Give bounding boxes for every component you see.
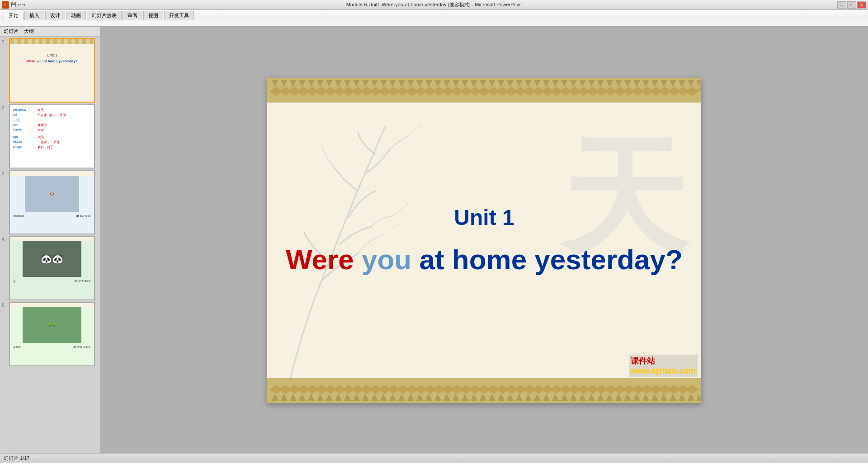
minimize-button[interactable]: ─: [837, 1, 846, 9]
slide-count: 幻灯片 1/17: [4, 455, 29, 462]
main-slide: 天 Unit 1 Were you at home yesterday? 课件站…: [267, 78, 701, 403]
slide-content: Unit 1 Were you at home yesterday?: [267, 103, 701, 378]
question-rest: at home yesterday?: [419, 244, 682, 275]
slide-num-2: 2: [2, 104, 7, 110]
slide-num-4: 4: [2, 236, 7, 242]
thumb2-vocab: yesterday昨天 out不在家（的），外出 （的） well健康的 tha…: [10, 105, 94, 168]
tab-start[interactable]: 开始: [4, 11, 24, 20]
title-bar-controls: ─ □ ✕: [837, 1, 866, 9]
slide-thumb-1[interactable]: 1 Unit 1 Were you at home yesterday?: [2, 38, 98, 103]
thumb1-unit: Unit 1: [10, 44, 94, 57]
ribbon-content: [0, 20, 868, 26]
slide-border-top: [267, 78, 701, 103]
thumb4-labels: |||at the zoo: [10, 279, 94, 283]
app-icon: P: [2, 1, 9, 9]
thumb3-labels: schoolat school: [10, 214, 94, 218]
status-bar: 幻灯片 1/17: [0, 453, 868, 463]
slide-thumbnail-1[interactable]: Unit 1 Were you at home yesterday?: [9, 38, 95, 103]
slide-thumbnail-3[interactable]: 🏫 schoolat school: [9, 170, 95, 234]
slide-num-1: 1: [2, 38, 7, 44]
slide-area[interactable]: 天 Unit 1 Were you at home yesterday? 课件站…: [100, 27, 868, 454]
slide-thumb-4[interactable]: 4 🐼🐼 |||at the zoo: [2, 236, 98, 300]
window-title: Module-6-Unit1-Were-you-at-home-yesterda…: [346, 1, 522, 8]
slide-thumbnail-5[interactable]: 🌳🌳 parkat the park: [9, 302, 95, 366]
quick-access: 💾 ↩ ↪: [11, 2, 25, 7]
tab-developer[interactable]: 开发工具: [164, 11, 194, 20]
main-layout: 幻灯片 大纲 1 Unit 1 Were you at home yesterd…: [0, 27, 868, 454]
tab-view[interactable]: 视图: [143, 11, 163, 20]
thumb3-building-image: 🏫: [25, 176, 79, 212]
title-bar-left: P 💾 ↩ ↪: [2, 1, 25, 9]
question-you: you: [362, 244, 411, 275]
close-button[interactable]: ✕: [857, 1, 866, 9]
undo-icon[interactable]: ↩: [17, 2, 21, 7]
panel-toolbar: 幻灯片 大纲: [0, 27, 100, 37]
thumb1-question: Were you at home yesterday?: [10, 59, 94, 63]
tab-review[interactable]: 审阅: [123, 11, 142, 20]
tab-insert[interactable]: 插入: [24, 11, 44, 20]
left-panel: 幻灯片 大纲 1 Unit 1 Were you at home yesterd…: [0, 27, 100, 454]
tab-animation[interactable]: 动画: [66, 11, 86, 20]
slide-num-5: 5: [2, 302, 7, 308]
slide-thumb-3[interactable]: 3 🏫 schoolat school: [2, 170, 98, 234]
slide-border-bottom: [267, 378, 701, 403]
thumb5-labels: parkat the park: [10, 345, 94, 349]
slide-num-3: 3: [2, 170, 7, 176]
maximize-button[interactable]: □: [847, 1, 856, 9]
logo-line2: www.kjzhan.com: [631, 366, 696, 376]
thumb5-park-image: 🌳🌳: [23, 307, 81, 343]
thumb4-panda-image: 🐼🐼: [23, 241, 81, 277]
slide-question: Were you at home yesterday?: [286, 243, 683, 276]
slides-tab[interactable]: 幻灯片: [4, 28, 19, 35]
title-bar: P 💾 ↩ ↪ Module-6-Unit1-Were-you-at-home-…: [0, 0, 868, 10]
ribbon: 开始 插入 设计 动画 幻灯片放映 审阅 视图 开发工具: [0, 10, 868, 27]
tab-slideshow[interactable]: 幻灯片放映: [87, 11, 122, 20]
ribbon-tabs: 开始 插入 设计 动画 幻灯片放映 审阅 视图 开发工具: [0, 10, 868, 20]
outline-tab[interactable]: 大纲: [24, 28, 34, 35]
slide-thumbnail-2[interactable]: yesterday昨天 out不在家（的），外出 （的） well健康的 tha…: [9, 104, 95, 168]
tab-design[interactable]: 设计: [45, 11, 65, 20]
redo-icon[interactable]: ↪: [22, 2, 25, 7]
save-icon[interactable]: 💾: [11, 2, 16, 7]
slide-unit-label: Unit 1: [454, 205, 514, 230]
slides-list[interactable]: 1 Unit 1 Were you at home yesterday?: [0, 37, 100, 454]
question-were: Were: [286, 244, 354, 275]
watermark-logo: 课件站 www.kjzhan.com: [629, 355, 698, 377]
slide-thumb-5[interactable]: 5 🌳🌳 parkat the park: [2, 302, 98, 366]
logo-line1: 课件站: [631, 355, 696, 366]
slide-thumbnail-4[interactable]: 🐼🐼 |||at the zoo: [9, 236, 95, 300]
slide-thumb-2[interactable]: 2 yesterday昨天 out不在家（的），外出 （的） well健康的 t…: [2, 104, 98, 168]
